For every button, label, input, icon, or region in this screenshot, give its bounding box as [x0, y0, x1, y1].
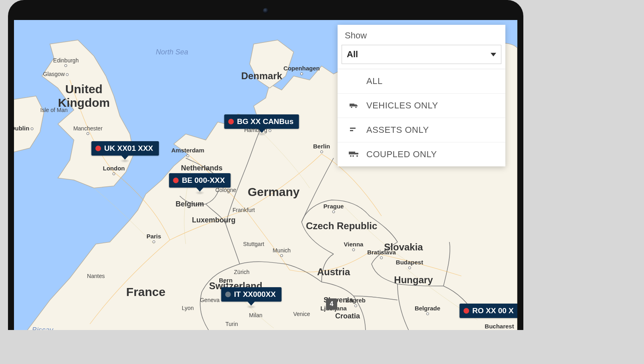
map-cluster-marker[interactable]: 4 [326, 298, 337, 310]
city-label: Budapest [396, 259, 423, 269]
city-label: Amsterdam [171, 147, 205, 157]
device-frame: North SeaBiscay UnitedKingdomDenmarkNeth… [8, 0, 523, 330]
vehicle-marker-it[interactable]: IT XX000XX [221, 287, 282, 309]
vehicle-marker-bg[interactable]: BG XX CANBus [224, 114, 299, 136]
country-label: Germany [248, 185, 300, 199]
filter-options-list: ALLVEHICLES ONLYASSETS ONLYCOUPLED ONLY [338, 69, 505, 166]
svg-rect-3 [350, 128, 356, 129]
marker-label: UK XX01 XXX [104, 144, 153, 153]
svg-point-8 [352, 155, 354, 157]
filter-select[interactable]: All [342, 45, 501, 64]
svg-point-2 [355, 106, 357, 108]
city-label: Prague [324, 203, 344, 213]
svg-rect-6 [355, 153, 358, 154]
city-label: Venice [293, 311, 310, 317]
city-label: Isle of Man [40, 107, 68, 113]
filter-option-vehicles-only[interactable]: VEHICLES ONLY [338, 94, 505, 118]
marker-label: BG XX CANBus [237, 117, 293, 126]
country-label: France [126, 285, 165, 299]
filter-option-all[interactable]: ALL [338, 69, 505, 94]
truck-icon [349, 103, 359, 108]
country-label: Netherlands [181, 164, 223, 172]
city-label: Stuttgart [243, 241, 264, 247]
filter-option-assets-only[interactable]: ASSETS ONLY [338, 118, 505, 142]
country-label: Luxembourg [192, 216, 235, 224]
filter-option-coupled-only[interactable]: COUPLED ONLY [338, 142, 505, 166]
city-label: Bern [219, 277, 233, 287]
marker-label: RO XX 00 X [472, 306, 514, 315]
svg-rect-5 [349, 152, 355, 154]
city-label: Belgrade [415, 305, 440, 315]
country-label: Belgium [175, 200, 204, 208]
city-label: Dublin [14, 125, 33, 132]
filter-panel: Show All ALLVEHICLES ONLYASSETS ONLYCOUP… [338, 25, 505, 166]
country-label: Austria [317, 266, 350, 278]
chevron-down-icon [491, 53, 496, 56]
svg-point-7 [350, 155, 352, 157]
filter-option-label: ASSETS ONLY [366, 125, 429, 135]
filter-label: Show [338, 25, 505, 45]
city-label: Nantes [87, 273, 105, 279]
city-label: Berlin [313, 143, 330, 153]
city-label: Edinburgh [53, 57, 79, 67]
svg-rect-4 [350, 130, 353, 131]
sea-label: North Sea [156, 48, 188, 56]
status-dot-icon [228, 119, 234, 124]
marker-label: IT XX000XX [234, 290, 276, 299]
status-dot-icon [95, 146, 101, 151]
svg-rect-0 [350, 104, 354, 106]
city-label: London [103, 165, 125, 175]
city-label: Manchester [73, 125, 102, 135]
status-dot-icon [173, 178, 179, 183]
trailer-icon [349, 152, 359, 157]
city-label: Frankfurt [233, 207, 255, 213]
vehicle-marker-be[interactable]: BE 000-XXX [169, 173, 231, 195]
country-label: Hungary [394, 274, 433, 286]
svg-point-9 [356, 155, 358, 157]
app-screen: North SeaBiscay UnitedKingdomDenmarkNeth… [14, 20, 517, 330]
vehicle-marker-uk[interactable]: UK XX01 XXX [91, 141, 159, 163]
vehicle-marker-ro[interactable]: RO XX 00 X [459, 304, 517, 318]
city-label: Glasgow [43, 71, 69, 77]
city-label: Lyon [182, 305, 194, 311]
marker-label: BE 000-XXX [182, 176, 225, 185]
asset-icon [349, 128, 359, 132]
filter-selected-value: All [347, 49, 358, 60]
city-label: Turin [225, 321, 238, 327]
filter-option-label: VEHICLES ONLY [366, 100, 438, 111]
country-label: Croatia [335, 312, 360, 320]
city-label: Bratislava [367, 249, 396, 259]
country-label: UnitedKingdom [58, 82, 110, 110]
city-label: Milan [249, 312, 262, 318]
svg-point-1 [351, 106, 353, 108]
city-label: Vienna [344, 241, 364, 251]
city-label: Bucharest [485, 323, 514, 330]
country-label: Denmark [241, 70, 282, 82]
city-label: Paris [147, 233, 161, 243]
city-label: Copenhagen [284, 65, 320, 75]
filter-option-label: COUPLED ONLY [366, 149, 437, 160]
status-dot-icon [225, 292, 231, 297]
sea-label: Biscay [32, 326, 53, 330]
city-label: Geneva [200, 297, 219, 303]
status-dot-icon [463, 308, 469, 314]
city-label: Zagreb [346, 297, 366, 307]
country-label: Czech Republic [306, 220, 378, 232]
filter-option-label: ALL [366, 76, 383, 86]
city-label: Zürich [234, 269, 250, 275]
city-label: Munich [272, 247, 290, 257]
device-camera [263, 8, 268, 14]
